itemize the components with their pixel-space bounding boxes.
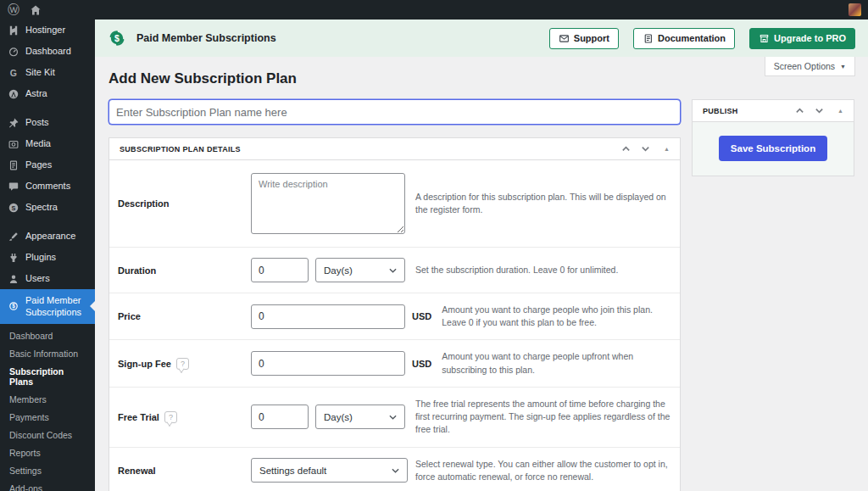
- sidebar-item-pages[interactable]: Pages: [0, 154, 95, 176]
- submenu-item-discount-codes[interactable]: Discount Codes: [0, 427, 95, 444]
- renewal-select[interactable]: Settings default: [251, 458, 408, 483]
- move-up-icon[interactable]: [621, 144, 631, 153]
- collapse-toggle-icon[interactable]: ▲: [664, 146, 670, 152]
- help-tooltip-icon[interactable]: ?: [164, 411, 177, 423]
- menu-separator: [0, 218, 95, 226]
- home-icon[interactable]: [29, 3, 42, 17]
- renewal-help: Select renewal type. You can either allo…: [405, 458, 671, 483]
- wp-admin-sidebar: Hostinger Dashboard G Site Kit Astra Pos: [0, 20, 95, 491]
- user-avatar[interactable]: [849, 3, 861, 16]
- sitekit-icon: G: [7, 66, 19, 79]
- duration-unit-select[interactable]: Day(s): [315, 258, 405, 282]
- publish-panel: PUBLISH ▲ Save Subscription: [692, 99, 854, 176]
- signup-fee-help: Amount you want to charge people upfront…: [431, 350, 671, 376]
- sidebar-item-paid-member-subscriptions[interactable]: $ Paid Member Subscriptions: [0, 289, 95, 324]
- sidebar-item-label: Media: [25, 137, 51, 149]
- wordpress-logo-icon[interactable]: Ⓦ: [7, 3, 20, 17]
- price-currency-label: USD: [412, 311, 431, 321]
- sidebar-item-label: Dashboard: [25, 45, 71, 57]
- plan-name-input[interactable]: [108, 99, 681, 125]
- svg-text:S: S: [11, 204, 15, 211]
- sidebar-item-spectra[interactable]: S Spectra: [0, 197, 95, 218]
- move-down-icon[interactable]: [815, 106, 824, 115]
- sidebar-item-label: Astra: [25, 87, 47, 99]
- save-subscription-button[interactable]: Save Subscription: [719, 136, 827, 161]
- plugin-title: Paid Member Subscriptions: [136, 32, 542, 44]
- help-tooltip-icon[interactable]: ?: [176, 358, 189, 370]
- sidebar-item-comments[interactable]: Comments: [0, 176, 95, 197]
- chevron-down-icon: [392, 468, 399, 473]
- upgrade-to-pro-button[interactable]: Upgrade to PRO: [749, 28, 855, 49]
- chevron-down-icon: [389, 268, 397, 273]
- duration-help: Set the subscription duration. Leave 0 f…: [405, 264, 618, 276]
- brush-icon: [7, 230, 19, 243]
- signup-fee-row: Sign-up Fee ? USD Amount you want to cha…: [109, 339, 680, 386]
- submenu-item-reports[interactable]: Reports: [0, 444, 95, 462]
- svg-text:G: G: [9, 67, 16, 77]
- description-textarea[interactable]: [251, 173, 405, 234]
- signup-fee-label: Sign-up Fee ?: [118, 358, 251, 370]
- sidebar-item-label: Hostinger: [25, 24, 65, 36]
- screen-options-toggle[interactable]: Screen Options ▼: [765, 57, 855, 76]
- sidebar-item-media[interactable]: Media: [0, 133, 95, 154]
- caret-down-icon: ▼: [840, 64, 846, 70]
- astra-icon: [7, 87, 19, 100]
- price-help: Amount you want to charge people who joi…: [431, 304, 671, 329]
- dashboard-icon: [7, 45, 19, 58]
- submenu-item-add-ons[interactable]: Add-ons: [0, 480, 95, 491]
- camera-icon: [7, 137, 19, 150]
- documentation-button[interactable]: Documentation: [633, 28, 735, 49]
- sidebar-item-site-kit[interactable]: G Site Kit: [0, 62, 95, 83]
- support-button[interactable]: Support: [549, 28, 619, 49]
- duration-row: Duration Day(s) Set the subscription dur…: [109, 247, 680, 293]
- hostinger-icon: [7, 24, 19, 36]
- duration-input[interactable]: [251, 258, 309, 282]
- sidebar-item-dashboard[interactable]: Dashboard: [0, 41, 95, 62]
- main-content: $ Paid Member Subscriptions Support Docu…: [95, 20, 868, 491]
- submenu-item-settings[interactable]: Settings: [0, 462, 95, 480]
- signup-fee-currency-label: USD: [412, 359, 431, 369]
- sidebar-item-hostinger[interactable]: Hostinger: [0, 20, 95, 41]
- collapse-toggle-icon[interactable]: ▲: [837, 108, 843, 114]
- wp-admin-bar: Ⓦ: [0, 0, 868, 20]
- sidebar-item-label: Posts: [25, 116, 49, 128]
- move-down-icon[interactable]: [641, 144, 650, 153]
- description-label: Description: [118, 198, 251, 209]
- document-icon: [643, 33, 654, 44]
- sidebar-item-appearance[interactable]: Appearance: [0, 226, 95, 247]
- sidebar-item-label: Spectra: [25, 201, 58, 213]
- sidebar-item-posts[interactable]: Posts: [0, 112, 95, 133]
- submenu-item-subscription-plans[interactable]: Subscription Plans: [0, 363, 95, 391]
- sidebar-item-label: Users: [25, 272, 50, 284]
- sidebar-item-label: Appearance: [25, 230, 75, 242]
- move-up-icon[interactable]: [795, 106, 804, 115]
- submenu-item-basic-information[interactable]: Basic Information: [0, 345, 95, 363]
- sidebar-item-label: Paid Member Subscriptions: [25, 294, 81, 319]
- submenu-item-members[interactable]: Members: [0, 391, 95, 409]
- spectra-icon: S: [7, 201, 19, 214]
- publish-panel-title: PUBLISH: [703, 107, 795, 115]
- free-trial-unit-select[interactable]: Day(s): [315, 405, 405, 429]
- signup-fee-input[interactable]: [251, 351, 405, 376]
- pms-submenu: Dashboard Basic Information Subscription…: [0, 324, 95, 491]
- storefront-icon: [759, 33, 770, 44]
- submenu-item-dashboard[interactable]: Dashboard: [0, 327, 95, 345]
- description-help: A description for this subscription plan…: [405, 191, 671, 216]
- description-row: Description A description for this subsc…: [109, 160, 680, 247]
- subscriptions-icon: $: [7, 300, 19, 313]
- sidebar-item-users[interactable]: Users: [0, 268, 95, 289]
- price-input[interactable]: [251, 304, 405, 329]
- menu-separator: [0, 104, 95, 112]
- pages-icon: [7, 159, 19, 171]
- price-row: Price USD Amount you want to charge peop…: [109, 293, 680, 339]
- subscription-plan-details-panel: SUBSCRIPTION PLAN DETAILS ▲ Description: [108, 137, 681, 491]
- price-label: Price: [118, 311, 251, 321]
- free-trial-help: The free trial represents the amount of …: [405, 398, 671, 437]
- free-trial-input[interactable]: [251, 405, 309, 429]
- sidebar-item-astra[interactable]: Astra: [0, 83, 95, 104]
- sidebar-item-plugins[interactable]: Plugins: [0, 247, 95, 268]
- pms-logo-icon: $: [108, 29, 126, 47]
- free-trial-label: Free Trial ?: [118, 411, 251, 423]
- submenu-item-payments[interactable]: Payments: [0, 409, 95, 427]
- comment-icon: [7, 180, 19, 192]
